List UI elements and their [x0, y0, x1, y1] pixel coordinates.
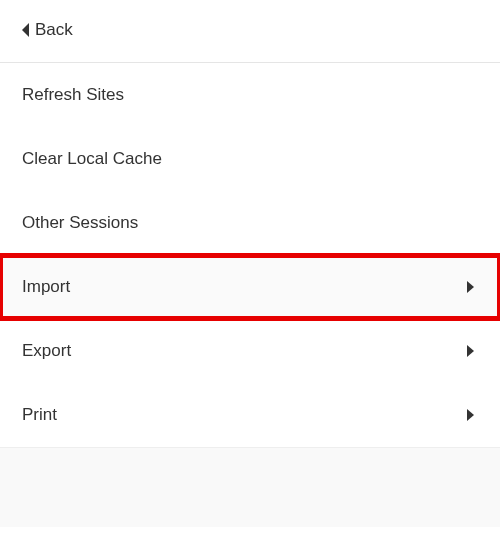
menu-list: Refresh Sites Clear Local Cache Other Se…	[0, 63, 500, 447]
menu-item-refresh-sites[interactable]: Refresh Sites	[0, 63, 500, 127]
menu-item-other-sessions[interactable]: Other Sessions	[0, 191, 500, 255]
back-button[interactable]: Back	[0, 0, 500, 63]
chevron-right-icon	[467, 409, 474, 421]
menu-item-label: Export	[22, 341, 71, 361]
footer-space	[0, 447, 500, 527]
back-arrow-icon	[22, 23, 29, 37]
menu-item-label: Import	[22, 277, 70, 297]
back-label: Back	[35, 20, 73, 40]
menu-item-print[interactable]: Print	[0, 383, 500, 447]
chevron-right-icon	[467, 345, 474, 357]
menu-item-label: Other Sessions	[22, 213, 138, 233]
chevron-right-icon	[467, 281, 474, 293]
menu-item-label: Print	[22, 405, 57, 425]
menu-item-import[interactable]: Import	[0, 255, 500, 319]
menu-item-label: Clear Local Cache	[22, 149, 162, 169]
menu-item-export[interactable]: Export	[0, 319, 500, 383]
menu-item-label: Refresh Sites	[22, 85, 124, 105]
menu-item-clear-local-cache[interactable]: Clear Local Cache	[0, 127, 500, 191]
